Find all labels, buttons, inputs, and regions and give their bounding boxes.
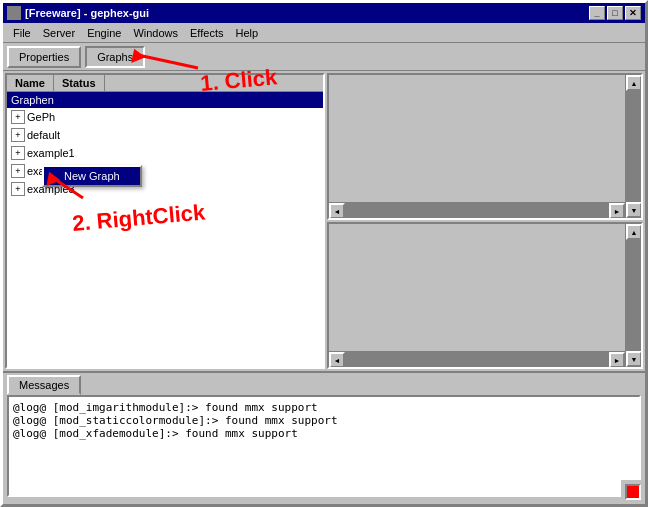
scroll-up-btn-b[interactable]: ▲ (626, 224, 642, 240)
col-name: Name (7, 75, 54, 91)
menu-effects[interactable]: Effects (184, 25, 229, 41)
tree-label: Graphen (11, 94, 54, 106)
scroll-track (626, 91, 641, 202)
messages-tab-bar: Messages (3, 373, 645, 395)
close-button[interactable]: ✕ (625, 6, 641, 20)
title-bar: [Freeware] - gephex-gui _ □ ✕ (3, 3, 645, 23)
scrollbar-v-bottom[interactable]: ▲ ▼ (625, 224, 641, 367)
scroll-down-btn-b[interactable]: ▼ (626, 351, 642, 367)
scrollbar-h-bottom[interactable]: ◄ ► (329, 351, 625, 367)
expand-icon[interactable]: + (11, 128, 25, 142)
expand-icon[interactable]: + (11, 110, 25, 124)
minimize-button[interactable]: _ (589, 6, 605, 20)
status-bar (621, 480, 645, 504)
status-indicator (625, 484, 641, 500)
log-line-1: @log@ [mod_imgarithmodule]:> found mmx s… (13, 401, 635, 414)
window-controls: _ □ ✕ (589, 6, 641, 20)
menu-file[interactable]: File (7, 25, 37, 41)
expand-icon[interactable]: + (11, 182, 25, 196)
scroll-track-h (345, 203, 609, 218)
tree-label: default (27, 129, 60, 141)
context-menu: New Graph (42, 165, 142, 187)
tree-item-geph[interactable]: + GePh (7, 108, 323, 126)
main-area: Name Status Graphen + GePh + default + e… (3, 71, 645, 371)
scroll-right-btn[interactable]: ► (609, 203, 625, 219)
maximize-button[interactable]: □ (607, 6, 623, 20)
window-title: [Freeware] - gephex-gui (25, 7, 149, 19)
scrollbar-v-top[interactable]: ▲ ▼ (625, 75, 641, 218)
scroll-up-btn[interactable]: ▲ (626, 75, 642, 91)
col-status: Status (54, 75, 105, 91)
right-top-panel: ▲ ▼ ◄ ► (327, 73, 643, 220)
expand-icon[interactable]: + (11, 164, 25, 178)
menu-bar: File Server Engine Windows Effects Help (3, 23, 645, 43)
tree-label: GePh (27, 111, 55, 123)
scroll-right-btn-b[interactable]: ► (609, 352, 625, 368)
menu-windows[interactable]: Windows (127, 25, 184, 41)
tab-graphs[interactable]: Graphs (85, 46, 145, 68)
right-panel: ▲ ▼ ◄ ► ▲ ▼ ◄ (327, 73, 643, 369)
expand-icon[interactable]: + (11, 146, 25, 160)
scroll-down-btn[interactable]: ▼ (626, 202, 642, 218)
scrollbar-h-top[interactable]: ◄ ► (329, 202, 625, 218)
app-icon (7, 6, 21, 20)
tree-label: example1 (27, 147, 75, 159)
scroll-track-b (626, 240, 641, 351)
tree-item-default[interactable]: + default (7, 126, 323, 144)
tab-properties[interactable]: Properties (7, 46, 81, 68)
menu-help[interactable]: Help (229, 25, 264, 41)
right-bottom-panel: ▲ ▼ ◄ ► (327, 222, 643, 369)
tab-messages[interactable]: Messages (7, 375, 81, 395)
panel-header: Name Status (7, 75, 323, 92)
menu-server[interactable]: Server (37, 25, 81, 41)
log-line-2: @log@ [mod_staticcolormodule]:> found mm… (13, 414, 635, 427)
scroll-left-btn[interactable]: ◄ (329, 203, 345, 219)
messages-content: @log@ [mod_imgarithmodule]:> found mmx s… (7, 395, 641, 497)
scroll-left-btn-b[interactable]: ◄ (329, 352, 345, 368)
messages-panel: Messages @log@ [mod_imgarithmodule]:> fo… (3, 371, 645, 501)
tree-item-example1[interactable]: + example1 (7, 144, 323, 162)
context-menu-new-graph[interactable]: New Graph (44, 167, 140, 185)
scroll-track-hb (345, 352, 609, 367)
menu-engine[interactable]: Engine (81, 25, 127, 41)
tree-item-graphen[interactable]: Graphen (7, 92, 323, 108)
toolbar: Properties Graphs (3, 43, 645, 71)
log-line-3: @log@ [mod_xfademodule]:> found mmx supp… (13, 427, 635, 440)
left-panel: Name Status Graphen + GePh + default + e… (5, 73, 325, 369)
